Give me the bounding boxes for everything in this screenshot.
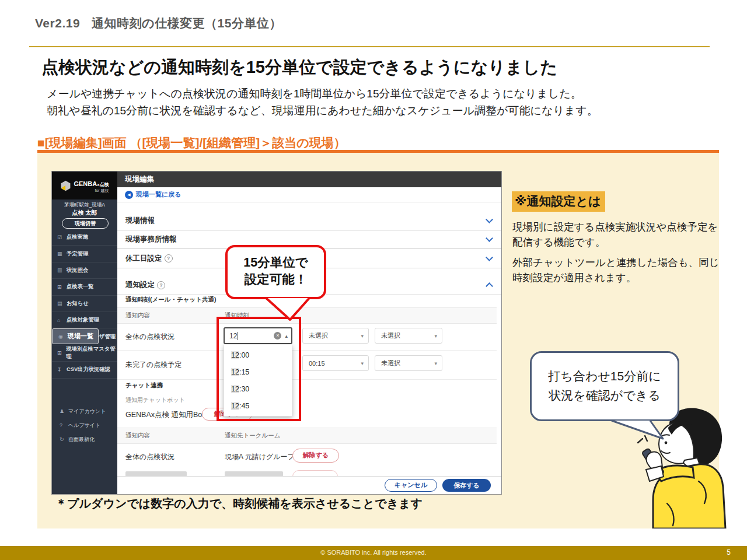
select-unselected-2[interactable]: 未選択 ▾ — [375, 328, 442, 344]
chat-link-heading: チャット連携 — [125, 382, 163, 390]
sidebar-item-label: 予定管理 — [67, 250, 88, 258]
current-site-name: 茅場町駅前_現場A — [52, 202, 117, 209]
logo-text: GENBAx点検 for 建設 — [74, 178, 109, 192]
speech-bubble-tail — [607, 419, 671, 442]
sidebar-item-refresh-screen[interactable]: ↻ 画面最新化 — [52, 432, 117, 446]
callout-line-2: 設定可能！ — [228, 271, 324, 288]
annotation-callout: 15分単位で 設定可能！ — [225, 245, 326, 299]
help-circle-icon: ? — [157, 281, 165, 289]
sidebar-item-site-master[interactable]: ⊞ 現場別点検マスタ管理 — [52, 345, 117, 362]
help-icon: ? — [60, 422, 67, 428]
select-unselected-1[interactable]: 未選択 ▾ — [302, 328, 369, 344]
version-label: Ver2.19 — [35, 16, 80, 30]
description-line-1: メールや連携チャットへの点検状況の通知時刻を1時間単位から15分単位で設定できる… — [47, 85, 598, 102]
aside-paragraph-2: 外部チャットツールと連携した場合も、同じ時刻設定が適用されます。 — [512, 255, 720, 286]
section-site-info[interactable]: 現場情報 — [117, 212, 501, 230]
column-content: 通知内容 — [125, 432, 150, 440]
sidebar-item-label: CSV出力状況確認 — [67, 366, 110, 373]
clipped-pill — [292, 470, 338, 476]
app-logo: GENBAx点検 for 建設 — [52, 172, 117, 200]
window-title: 現場編集 — [117, 172, 501, 187]
chat-bot-label: 通知用チャットボット — [125, 396, 185, 404]
sidebar-item-label: 画面最新化 — [68, 436, 95, 443]
aside-text: 現場別に設定する点検実施状況や点検予定を配信する機能です。 外部チャットツールと… — [512, 219, 720, 290]
switch-site-button[interactable]: 現場切替 — [62, 218, 109, 229]
unlink-room-button[interactable]: 解除する — [292, 449, 339, 463]
column-room: 通知先トークルーム — [225, 432, 280, 440]
sidebar-item-sheet-list[interactable]: ⊞ 点検表一覧 — [52, 279, 117, 295]
clipped-table-row — [117, 468, 497, 476]
description-line-2: 朝礼や昼礼の15分前に状況を確認するなど、現場運用にあわせた細かなスケジュール調… — [47, 102, 598, 119]
app-sidebar: GENBAx点検 for 建設 茅場町駅前_現場A 点検 太郎 現場切替 ☑ 点… — [52, 172, 117, 494]
speech-bubble: 打ち合わせ15分前に 状況を確認ができる — [530, 351, 679, 421]
aside-heading: ※通知設定とは — [512, 191, 605, 212]
sidebar-nav: ☑ 点検実施 ▦ 予定管理 ▥ 状況照会 ⊞ 点検表一覧 ▤ お知らせ ⌂ 点検… — [52, 229, 117, 379]
page-number: 5 — [727, 548, 731, 556]
back-link[interactable]: ◀ 現場一覧に戻る — [117, 187, 501, 202]
sidebar-item-help-site[interactable]: ? ヘルプサイト — [52, 418, 117, 432]
annotation-callout-tail — [263, 297, 313, 321]
column-content: 通知内容 — [125, 312, 150, 320]
logo-tagline: for 建設 — [74, 188, 109, 192]
caret-down-icon: ▾ — [361, 333, 364, 339]
select-0015[interactable]: 00:15 ▾ — [302, 355, 369, 371]
accordion-label: 現場事務所情報 — [125, 235, 177, 244]
cancel-button[interactable]: キャンセル — [385, 479, 437, 492]
callout-line-1: 15分単位で — [228, 254, 324, 271]
sidebar-item-label: 点検対象管理 — [67, 316, 99, 324]
slide-header: Ver2.19通知時刻の仕様変更（15分単位） — [35, 15, 282, 32]
speech-line-2: 状況を確認ができる — [532, 386, 678, 405]
sidebar-item-inspection[interactable]: ☑ 点検実施 — [52, 229, 117, 246]
page-description: メールや連携チャットへの点検状況の通知時刻を1時間単位から15分単位で設定できる… — [47, 85, 598, 120]
sidebar-item-label: 現場一覧 — [68, 332, 93, 341]
download-icon: ↧ — [57, 367, 65, 373]
select-value: 未選択 — [381, 331, 400, 340]
status-icon: ▥ — [57, 267, 65, 273]
row-divider — [117, 350, 497, 351]
caret-down-icon: ▾ — [361, 360, 364, 366]
accordion-label: 休工日設定 — [125, 254, 162, 264]
home-icon: ⌂ — [57, 317, 65, 323]
aside-paragraph-1: 現場別に設定する点検実施状況や点検予定を配信する機能です。 — [512, 219, 720, 250]
row-label-overall-status: 全体の点検状況 — [125, 332, 174, 342]
chat-bot-name: GENBAx点検 通知用Bot — [125, 410, 204, 420]
select-value: 未選択 — [381, 359, 400, 368]
chevron-down-icon — [486, 216, 493, 223]
row-divider — [117, 379, 497, 380]
chevron-down-icon — [486, 235, 493, 242]
sidebar-item-my-account[interactable]: ♟ マイアカウント — [52, 404, 117, 418]
save-button[interactable]: 保存する — [442, 479, 491, 492]
copyright-text: © SORABITO inc. All rights reserved. — [0, 549, 747, 556]
annotation-highlight-box — [217, 317, 301, 421]
chat-table-header: 通知内容 通知先トークルーム — [117, 428, 497, 444]
logo-brand-suffix: x点検 — [97, 182, 109, 187]
talk-room-name: 現場A 元請けグループ — [225, 452, 295, 462]
sidebar-item-status-inquiry[interactable]: ▥ 状況照会 — [52, 262, 117, 279]
logo-hexagon-icon — [60, 180, 71, 191]
help-circle-icon: ? — [165, 254, 173, 262]
sidebar-item-label: お知らせ — [67, 300, 89, 307]
select-unselected-3[interactable]: 未選択 ▾ — [375, 355, 442, 371]
sidebar-footer-nav: ♟ マイアカウント ? ヘルプサイト ↻ 画面最新化 — [52, 404, 117, 446]
slide: Ver2.19通知時刻の仕様変更（15分単位） 点検状況などの通知時刻を15分単… — [0, 0, 747, 560]
select-value: 00:15 — [309, 360, 325, 367]
sidebar-item-csv-export[interactable]: ↧ CSV出力状況確認 — [52, 362, 117, 378]
action-bar: キャンセル 保存する — [117, 476, 501, 495]
sidebar-item-target-management[interactable]: ⌂ 点検対象管理 — [52, 312, 117, 328]
sidebar-item-schedule[interactable]: ▦ 予定管理 — [52, 246, 117, 262]
logo-brand: GENBA — [74, 180, 97, 187]
calendar-icon: ▦ — [57, 251, 65, 257]
sidebar-item-news[interactable]: ▤ お知らせ — [52, 296, 117, 312]
sidebar-item-label: 現場別点検マスタ管理 — [66, 345, 117, 360]
sidebar-item-label: 点検実施 — [67, 233, 88, 241]
caret-down-icon: ▾ — [434, 333, 437, 339]
footer-bar: © SORABITO inc. All rights reserved. 5 — [0, 546, 747, 560]
slide-header-title: 通知時刻の仕様変更（15分単位） — [92, 16, 282, 30]
caret-down-icon: ▾ — [434, 360, 437, 366]
refresh-icon: ↻ — [60, 436, 67, 442]
accordion-label: 現場情報 — [125, 216, 155, 226]
select-value: 未選択 — [309, 331, 328, 340]
section-heading: ■[現場編集]画面 （[現場一覧]/[組織管理]＞該当の現場） — [37, 135, 346, 151]
row-label-overall-status: 全体の点検状況 — [125, 452, 174, 462]
sidebar-item-site-list[interactable]: ◉ 現場一覧 — [52, 328, 99, 344]
